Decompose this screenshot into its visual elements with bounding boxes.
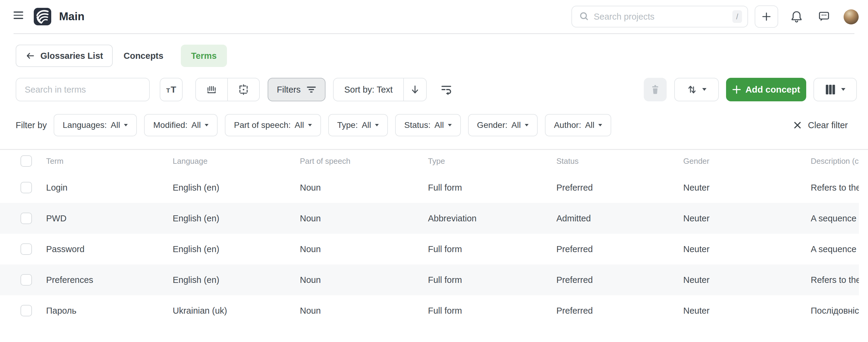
table-row[interactable]: PWD English (en) Noun Abbreviation Admit… [0,203,859,234]
column-header-term: Term [46,156,173,166]
wrap-lines-icon [441,84,453,95]
columns-icon [825,84,836,95]
tab-terms[interactable]: Terms [181,45,227,67]
clear-filter-button[interactable]: Clear filter [794,114,848,136]
filter-value: All [362,120,371,130]
cell-description: A sequence o [811,213,859,224]
import-export-dropdown[interactable] [674,78,719,101]
regexp-button[interactable] [227,78,259,101]
filter-type[interactable]: Type: All [328,114,388,136]
row-checkbox[interactable] [21,274,32,286]
messages-button[interactable] [818,10,830,23]
add-concept-button[interactable]: Add concept [726,78,806,101]
row-checkbox[interactable] [21,182,32,193]
filters-button-label: Filters [277,85,301,95]
cell-type: Full form [428,275,556,285]
cell-description: A sequence o [811,244,859,254]
back-to-glossaries-button[interactable]: Glossaries List [16,45,113,67]
trash-icon [650,84,660,95]
filter-label: Status: [404,120,430,130]
cell-part-of-speech: Noun [300,213,428,224]
sort-direction-button[interactable] [403,78,426,101]
cell-status: Preferred [556,244,683,254]
cell-language: Ukrainian (uk) [173,306,300,316]
cell-part-of-speech: Noun [300,306,428,316]
crowdin-logo[interactable] [34,8,51,25]
match-case-button[interactable]: TT [160,78,183,101]
whole-phrase-button[interactable] [196,78,227,101]
cell-description: Refers to the [811,275,859,285]
notifications-button[interactable] [790,10,803,23]
filter-languages[interactable]: Languages: All [54,114,137,136]
chat-icon [818,10,830,23]
filter-status[interactable]: Status: All [395,114,461,136]
back-button-label: Glossaries List [40,51,103,61]
caret-down-icon [375,124,379,127]
caret-down-icon [205,124,209,127]
filter-value: All [434,120,444,130]
column-header-type: Type [428,156,556,166]
cell-status: Preferred [556,306,683,316]
create-button[interactable] [755,5,778,28]
caret-down-icon [525,124,529,127]
search-projects-placeholder: Search projects [594,12,733,22]
cell-language: English (en) [173,213,300,224]
table-row[interactable]: Login English (en) Noun Full form Prefer… [0,172,859,203]
cell-status: Preferred [556,183,683,193]
row-checkbox[interactable] [21,212,32,224]
cell-part-of-speech: Noun [300,275,428,285]
row-checkbox[interactable] [21,305,32,316]
match-case-icon: TT [166,84,176,95]
sort-by-control: Sort by: Text [333,78,427,101]
keyboard-shortcut-badge: / [733,10,742,23]
filter-by-label: Filter by [16,114,47,136]
back-arrow-icon [25,51,35,60]
column-header-status: Status [556,156,683,166]
filter-label: Modified: [153,120,187,130]
filter-part-of-speech[interactable]: Part of speech: All [225,114,321,136]
search-terms-input[interactable]: Search in terms [16,78,150,101]
filter-value: All [111,120,120,130]
cell-term: Password [46,244,173,254]
wrap-text-button[interactable] [438,78,456,101]
filter-value: All [191,120,201,130]
cell-term: Пароль [46,306,173,316]
search-terms-placeholder: Search in terms [25,85,86,95]
cell-language: English (en) [173,275,300,285]
filter-chips: Languages: All Modified: All Part of spe… [54,114,611,136]
caret-down-icon [308,124,312,127]
columns-dropdown[interactable] [813,78,857,101]
delete-button[interactable] [644,78,667,101]
filters-button[interactable]: Filters [268,78,326,101]
glossary-nav: Glossaries List Concepts Terms [0,45,868,67]
selection-icon [238,84,249,95]
filter-lines-icon [307,85,316,94]
table-row[interactable]: Preferences English (en) Noun Full form … [0,264,859,295]
user-avatar[interactable] [844,9,859,24]
close-icon [794,121,801,129]
filter-bar: Filter by Languages: All Modified: All P… [0,114,868,136]
cell-status: Admitted [556,213,683,224]
caret-down-icon [448,124,452,127]
plus-icon [761,11,772,22]
filter-gender[interactable]: Gender: All [468,114,538,136]
sort-by-button[interactable]: Sort by: Text [334,78,403,101]
hamburger-menu-icon[interactable] [13,11,23,19]
search-projects-input[interactable]: Search projects / [571,6,748,27]
filter-value: All [295,120,304,130]
column-header-description: Description (co [811,156,859,166]
cell-gender: Neuter [683,244,811,254]
row-checkbox[interactable] [21,244,32,255]
caret-down-icon [598,124,602,127]
clear-filter-label: Clear filter [808,120,848,130]
filter-modified[interactable]: Modified: All [144,114,218,136]
caret-down-icon [702,88,707,91]
table-row[interactable]: Password English (en) Noun Full form Pre… [0,234,859,264]
tab-terms-label: Terms [191,51,217,61]
table-row[interactable]: Пароль Ukrainian (uk) Noun Full form Pre… [0,295,859,326]
cell-language: English (en) [173,183,300,193]
arrow-down-icon [410,84,420,95]
tab-concepts[interactable]: Concepts [124,45,163,67]
filter-author[interactable]: Author: All [545,114,611,136]
select-all-checkbox[interactable] [21,155,32,167]
